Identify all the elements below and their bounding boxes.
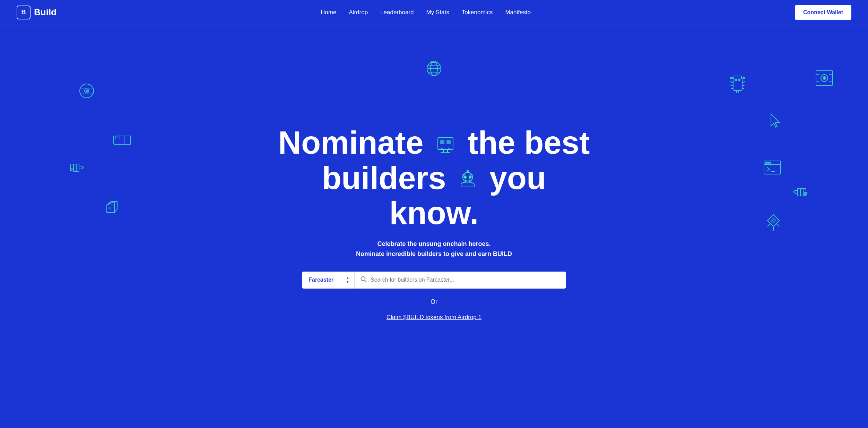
svg-rect-27 <box>109 207 111 209</box>
svg-marker-64 <box>770 217 776 224</box>
svg-rect-65 <box>438 138 453 149</box>
svg-rect-29 <box>730 77 732 79</box>
svg-line-33 <box>742 82 745 83</box>
navbar: B Build Home Airdrop Leaderboard My Stat… <box>0 0 868 25</box>
claim-airdrop-link[interactable]: Claim $BUILD tokens from Airdrop 1 <box>387 314 481 321</box>
svg-rect-7 <box>434 62 435 62</box>
hero-subtitle: Celebrate the unsung onchain heroes. Nom… <box>356 239 512 259</box>
svg-rect-57 <box>800 188 803 196</box>
search-icon <box>360 276 367 284</box>
svg-point-54 <box>767 162 769 163</box>
or-text: Or <box>431 298 437 306</box>
hero-title: Nominate the best builders <box>278 125 590 231</box>
logo-icon: B <box>17 6 31 19</box>
svg-rect-30 <box>743 77 745 79</box>
search-row: Farcaster ▲ ▼ <box>302 272 566 289</box>
cube-icon <box>104 200 119 217</box>
terminal-icon <box>763 160 781 177</box>
svg-line-79 <box>365 280 366 282</box>
svg-point-75 <box>469 176 471 178</box>
svg-line-35 <box>742 85 745 86</box>
svg-rect-41 <box>739 79 740 81</box>
svg-rect-58 <box>798 188 800 196</box>
svg-point-78 <box>361 276 365 281</box>
svg-point-55 <box>770 162 771 163</box>
svg-rect-40 <box>735 79 737 81</box>
svg-line-34 <box>730 85 733 86</box>
cards-icon <box>765 214 781 234</box>
svg-marker-19 <box>124 136 130 144</box>
svg-rect-5 <box>431 62 432 62</box>
svg-rect-14 <box>114 136 124 144</box>
nav-airdrop[interactable]: Airdrop <box>349 9 368 16</box>
nav-leaderboard[interactable]: Leaderboard <box>380 9 414 16</box>
nav-logo[interactable]: B Build <box>17 6 57 19</box>
globe-icon <box>425 60 443 80</box>
svg-point-74 <box>464 176 466 178</box>
svg-rect-31 <box>733 78 742 91</box>
platform-selector[interactable]: Farcaster ▲ ▼ <box>302 272 354 289</box>
nav-tokenomics[interactable]: Tokenomics <box>462 9 493 16</box>
cd-icon <box>78 82 95 102</box>
svg-rect-6 <box>433 62 433 62</box>
svg-point-77 <box>467 170 468 172</box>
bug-icon <box>729 75 746 97</box>
svg-line-62 <box>767 224 770 226</box>
svg-point-44 <box>823 77 826 79</box>
svg-line-32 <box>730 82 733 83</box>
svg-rect-22 <box>76 164 79 172</box>
hero-section: Nominate the best builders <box>0 25 868 428</box>
connect-wallet-button[interactable]: Connect Wallet <box>795 5 851 20</box>
svg-line-63 <box>776 224 779 226</box>
platform-label: Farcaster <box>309 277 333 283</box>
nav-home[interactable]: Home <box>321 9 336 16</box>
search-box <box>354 272 566 289</box>
ruler-icon <box>113 132 132 150</box>
svg-rect-8 <box>435 62 436 62</box>
chevron-icon: ▲ ▼ <box>346 276 349 284</box>
svg-rect-21 <box>73 164 76 172</box>
svg-point-53 <box>765 162 767 163</box>
nav-mystats[interactable]: My Stats <box>426 9 449 16</box>
eye-target-icon <box>815 70 833 88</box>
or-divider: Or <box>302 298 566 306</box>
svg-rect-67 <box>447 140 450 144</box>
hand-point-right-icon <box>791 183 807 202</box>
hand-point-left-icon <box>69 159 86 178</box>
svg-marker-49 <box>771 114 779 127</box>
nav-links: Home Airdrop Leaderboard My Stats Tokeno… <box>321 9 531 16</box>
logo-text: Build <box>34 7 57 18</box>
nav-manifesto[interactable]: Manifesto <box>505 9 531 16</box>
search-input[interactable] <box>371 277 560 283</box>
svg-point-11 <box>86 90 87 92</box>
svg-rect-66 <box>441 140 444 144</box>
cursor-icon <box>770 113 781 130</box>
